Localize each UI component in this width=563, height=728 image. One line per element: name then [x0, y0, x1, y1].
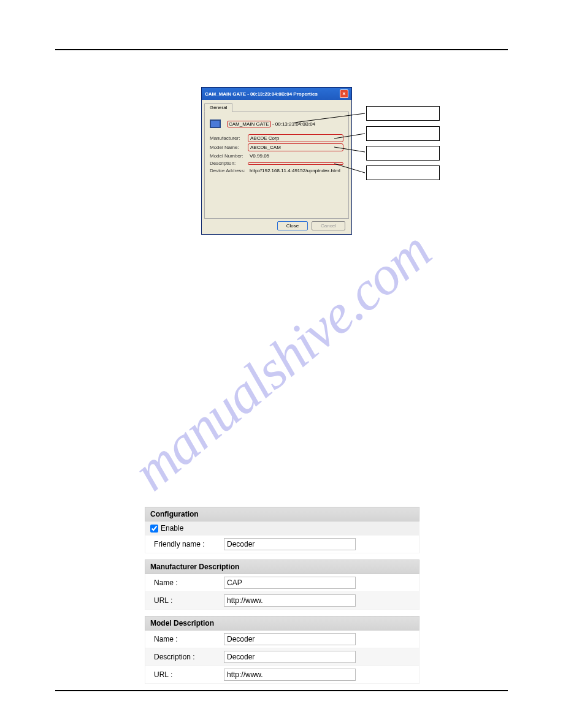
device-friendly-name: CAM_MAIN GATE	[227, 121, 271, 127]
value-description	[248, 162, 343, 165]
callout-box-2	[366, 126, 440, 141]
tab-bar: General	[204, 102, 349, 112]
page-rule-bottom	[55, 690, 508, 691]
section-model-header: Model Description	[145, 616, 419, 631]
section-manufacturer-header: Manufacturer Description	[145, 559, 419, 574]
row-model-name: Name :	[145, 631, 419, 648]
value-model-number: V0.99.05	[248, 153, 343, 159]
device-icon	[210, 118, 222, 129]
row-enable: Enable	[145, 521, 419, 536]
close-icon[interactable]: ×	[340, 89, 348, 98]
label-manufacturer: Manufacturer:	[210, 135, 248, 141]
input-friendly-name[interactable]	[224, 538, 356, 550]
label-friendly-name: Friendly name :	[150, 540, 224, 548]
value-manufacturer: ABCDE Corp	[248, 134, 343, 142]
tab-general[interactable]: General	[204, 103, 232, 112]
callout-box-1	[366, 106, 440, 121]
device-mac: - 00:13:23:04:0B:04	[272, 121, 315, 127]
label-device-address: Device Address:	[210, 168, 248, 173]
watermark-text: manualshive.com	[121, 219, 442, 502]
input-model-name[interactable]	[224, 633, 356, 645]
upnp-config-form: Configuration Enable Friendly name : Man…	[145, 507, 419, 690]
callout-box-3	[366, 146, 440, 161]
input-model-description[interactable]	[224, 651, 356, 663]
enable-label: Enable	[161, 524, 183, 533]
input-model-url[interactable]	[224, 669, 356, 681]
row-manu-name: Name :	[145, 574, 419, 592]
close-button[interactable]: Close	[277, 221, 308, 230]
row-friendly-name: Friendly name :	[145, 536, 419, 553]
row-model-description: Description :	[145, 648, 419, 666]
input-manu-name[interactable]	[224, 577, 356, 589]
row-model-url: URL :	[145, 666, 419, 684]
label-model-name: Name :	[150, 635, 224, 643]
value-device-address: http://192.168.11.4:49152/upnpindex.html	[248, 167, 343, 174]
input-manu-url[interactable]	[224, 594, 356, 607]
section-configuration-header: Configuration	[145, 507, 419, 521]
label-manu-name: Name :	[150, 578, 224, 587]
callout-box-4	[366, 165, 440, 180]
page-rule-top	[55, 49, 508, 50]
enable-checkbox[interactable]	[150, 525, 158, 533]
row-manu-url: URL :	[145, 592, 419, 610]
value-model-name: ABCDE_CAM	[248, 143, 343, 151]
label-model-name: Model Name:	[210, 145, 248, 150]
dialog-title-text: CAM_MAIN GATE - 00:13:23:04:0B:04 Proper…	[205, 91, 318, 97]
label-model-url: URL :	[150, 670, 224, 679]
properties-dialog: CAM_MAIN GATE - 00:13:23:04:0B:04 Proper…	[201, 87, 352, 235]
dialog-title-bar[interactable]: CAM_MAIN GATE - 00:13:23:04:0B:04 Proper…	[202, 88, 351, 100]
tab-pane-general: CAM_MAIN GATE - 00:13:23:04:0B:04 Manufa…	[204, 112, 349, 219]
label-model-description: Description :	[150, 653, 224, 661]
label-description: Description:	[210, 161, 248, 166]
label-manu-url: URL :	[150, 596, 224, 605]
label-model-number: Model Number:	[210, 153, 248, 159]
cancel-button: Cancel	[312, 221, 345, 230]
